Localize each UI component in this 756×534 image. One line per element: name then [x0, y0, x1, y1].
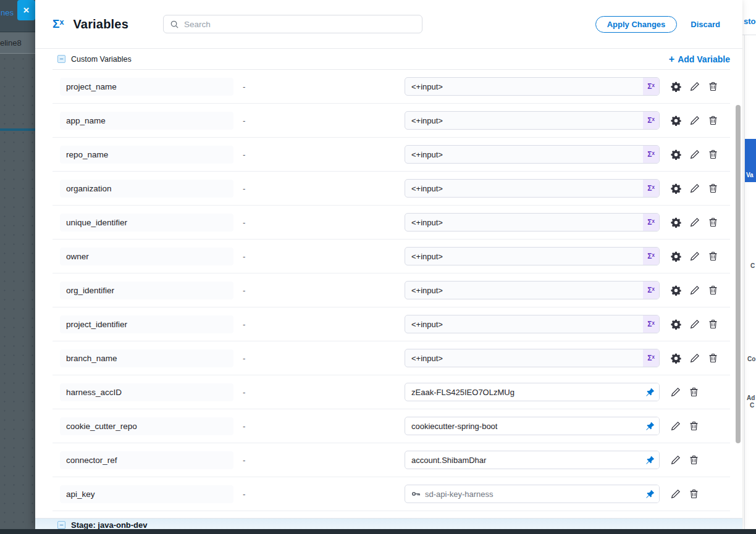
runtime-input-sigma-icon[interactable]: Σˣ — [643, 214, 659, 231]
row-actions — [671, 217, 718, 228]
edit-icon[interactable] — [671, 455, 681, 465]
delete-icon[interactable] — [708, 285, 718, 295]
close-drawer-button[interactable]: × — [17, 0, 35, 20]
variable-value-input[interactable]: <+input> Σˣ — [405, 179, 660, 198]
delete-icon[interactable] — [708, 81, 718, 91]
edit-icon[interactable] — [690, 217, 700, 227]
variable-row: api_key - sd-api-key-harness Σˣ — [52, 477, 730, 511]
variable-value-input[interactable]: <+input> Σˣ — [405, 315, 660, 333]
plus-icon: + — [669, 54, 674, 65]
search-icon — [170, 20, 179, 29]
variable-value: <+input> — [405, 252, 643, 261]
settings-icon[interactable] — [671, 81, 681, 92]
variable-value-input[interactable]: account.ShibamDhar Σˣ — [405, 451, 660, 469]
runtime-input-sigma-icon[interactable]: Σˣ — [643, 349, 659, 367]
delete-icon[interactable] — [689, 489, 699, 499]
pipeline-tab-fragment-wrap: eline8 — [0, 33, 35, 54]
edit-icon[interactable] — [690, 353, 700, 363]
right-rail-item-fragment[interactable]: Ad — [747, 394, 755, 401]
runtime-input-sigma-icon[interactable]: Σˣ — [643, 180, 659, 197]
pin-icon[interactable] — [640, 485, 659, 503]
breadcrumb-fragment: nes — [1, 8, 14, 17]
delete-icon[interactable] — [708, 251, 718, 261]
runtime-input-sigma-icon[interactable]: Σˣ — [643, 282, 659, 299]
variable-row: cookie_cutter_repo - cookiecutter-spring… — [52, 409, 730, 443]
edit-icon[interactable] — [671, 489, 681, 499]
runtime-input-sigma-icon[interactable]: Σˣ — [643, 146, 659, 163]
edit-icon[interactable] — [690, 149, 700, 159]
edit-icon[interactable] — [690, 285, 700, 295]
edit-icon[interactable] — [671, 421, 681, 431]
variable-row: branch_name - <+input> Σˣ — [52, 341, 730, 375]
collapse-icon[interactable]: − — [57, 521, 65, 529]
row-actions — [671, 149, 718, 160]
runtime-input-sigma-icon[interactable]: Σˣ — [643, 112, 659, 129]
settings-icon[interactable] — [671, 183, 681, 194]
variable-value-input[interactable]: <+input> Σˣ — [405, 145, 660, 164]
add-variable-button[interactable]: + Add Variable — [669, 54, 730, 65]
delete-icon[interactable] — [689, 421, 699, 431]
background-page-left: nes eline8 × — [0, 0, 35, 534]
delete-icon[interactable] — [708, 353, 718, 363]
variable-description: - — [243, 456, 405, 465]
settings-icon[interactable] — [671, 319, 681, 330]
edit-icon[interactable] — [690, 251, 700, 261]
history-link-fragment[interactable]: stor — [744, 17, 756, 26]
variable-value-input[interactable]: <+input> Σˣ — [405, 349, 660, 367]
runtime-input-sigma-icon[interactable]: Σˣ — [643, 315, 659, 333]
variable-value-input[interactable]: cookiecutter-spring-boot Σˣ — [405, 417, 660, 435]
settings-icon[interactable] — [671, 149, 681, 160]
runtime-input-sigma-icon[interactable]: Σˣ — [643, 248, 659, 265]
variable-value-input[interactable]: <+input> Σˣ — [405, 213, 660, 232]
edit-icon[interactable] — [690, 319, 700, 329]
variable-value-input[interactable]: <+input> Σˣ — [405, 247, 660, 265]
variable-value-input[interactable]: <+input> Σˣ — [405, 111, 660, 130]
edit-icon[interactable] — [690, 81, 700, 91]
variable-value-input[interactable]: sd-api-key-harness Σˣ — [405, 485, 660, 503]
variable-row: unique_identifier - <+input> Σˣ — [52, 206, 730, 240]
collapse-icon[interactable]: − — [57, 55, 65, 63]
add-variable-label: Add Variable — [678, 54, 730, 64]
variable-value-input[interactable]: <+input> Σˣ — [405, 281, 660, 299]
variable-value-input[interactable]: zEaak-FLS425IEO7OLzMUg Σˣ — [405, 383, 660, 401]
right-rail-variables-tab[interactable]: Va — [745, 139, 756, 182]
variable-name: org_identifier — [60, 282, 233, 299]
delete-icon[interactable] — [708, 149, 718, 159]
delete-icon[interactable] — [708, 183, 718, 193]
runtime-input-sigma-icon[interactable]: Σˣ — [643, 78, 659, 95]
variable-name: branch_name — [60, 349, 233, 367]
delete-icon[interactable] — [689, 455, 699, 465]
right-rail-item-fragment[interactable]: Co — [747, 356, 755, 362]
discard-button[interactable]: Discard — [691, 20, 720, 29]
settings-icon[interactable] — [671, 217, 681, 228]
pin-icon[interactable] — [640, 417, 659, 435]
pin-icon[interactable] — [640, 451, 659, 469]
settings-icon[interactable] — [671, 353, 681, 364]
edit-icon[interactable] — [671, 387, 681, 397]
settings-icon[interactable] — [671, 115, 681, 126]
settings-icon[interactable] — [671, 251, 681, 262]
variable-description: - — [243, 354, 405, 363]
settings-icon[interactable] — [671, 285, 681, 296]
variables-sigma-icon: Σˣ — [52, 17, 64, 31]
apply-changes-button[interactable]: Apply Changes — [595, 16, 678, 33]
canvas-divider-line — [0, 128, 35, 131]
edit-icon[interactable] — [690, 115, 700, 125]
delete-icon[interactable] — [708, 217, 718, 227]
search-box[interactable] — [163, 15, 422, 33]
variable-name: owner — [60, 248, 233, 265]
delete-icon[interactable] — [708, 115, 718, 125]
delete-icon[interactable] — [689, 387, 699, 397]
edit-icon[interactable] — [690, 183, 700, 193]
delete-icon[interactable] — [708, 319, 718, 329]
row-actions — [671, 251, 718, 262]
right-rail-item-fragment[interactable]: C — [750, 402, 754, 409]
search-input[interactable] — [184, 20, 416, 29]
variable-description: - — [243, 116, 405, 125]
variable-name: cookie_cutter_repo — [60, 417, 233, 435]
right-rail-item-fragment[interactable]: C — [750, 262, 755, 269]
variable-value-input[interactable]: <+input> Σˣ — [405, 77, 660, 96]
variable-value: account.ShibamDhar — [405, 456, 640, 465]
pin-icon[interactable] — [640, 383, 659, 401]
scrollbar[interactable] — [736, 105, 741, 443]
